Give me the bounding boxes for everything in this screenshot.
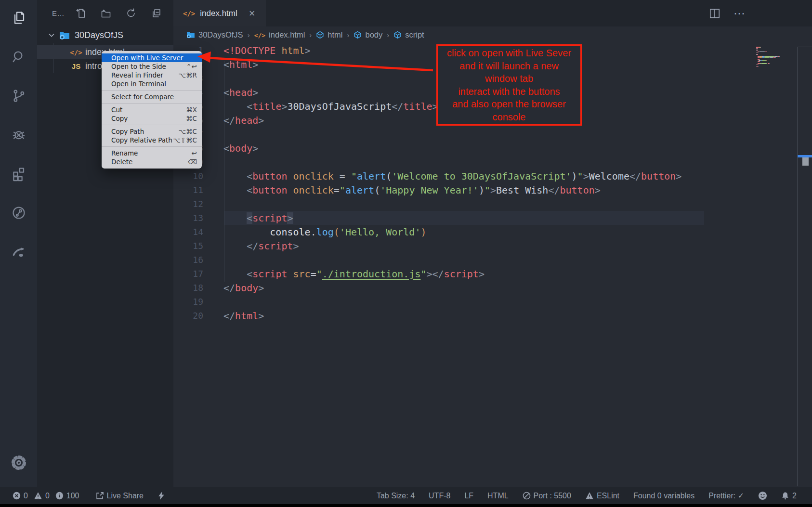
folder-icon — [59, 31, 70, 40]
line-number: 17 — [173, 269, 203, 279]
extensions-icon[interactable] — [10, 165, 28, 183]
breadcrumb-item-script[interactable]: script — [393, 30, 424, 39]
live-server-icon[interactable] — [10, 243, 28, 261]
status-bar: 0 0 100 Live Share Tab Size: 4 UTF-8 LF … — [0, 487, 812, 504]
menu-item-rename[interactable]: Rename↩ — [102, 149, 202, 157]
code-text: <script src="./introduction.js"></script… — [223, 268, 485, 280]
code-line-16[interactable]: 16 — [173, 253, 812, 267]
eslint-label: ESLint — [597, 492, 619, 500]
variables-status[interactable]: Found 0 variables — [633, 492, 694, 500]
cube-icon — [316, 31, 324, 39]
code-line-17[interactable]: 17 <script src="./introduction.js"></scr… — [173, 267, 812, 281]
annotation-line: console — [438, 111, 580, 124]
code-line-12[interactable]: 12 — [173, 197, 812, 211]
eslint-status[interactable]: ESLint — [585, 492, 619, 500]
breadcrumb-item-index.html[interactable]: </>index.html — [254, 30, 305, 39]
code-text: <!DOCTYPE html> — [223, 45, 311, 56]
code-line-8[interactable]: 8<body> — [173, 141, 812, 155]
menu-item-copy-path[interactable]: Copy Path⌥⌘C — [102, 127, 202, 136]
line-number: 20 — [173, 311, 203, 321]
new-folder-icon[interactable] — [100, 8, 112, 19]
code-text: console.log('Hello, World') — [223, 226, 426, 238]
split-editor-icon[interactable] — [708, 7, 721, 20]
activity-bar — [0, 0, 37, 487]
menu-item-open-to-the-side[interactable]: Open to the Side⌃↩ — [102, 62, 202, 71]
code-line-19[interactable]: 19 — [173, 295, 812, 309]
code-text: </head> — [223, 115, 264, 126]
prettier-status[interactable]: Prettier: ✓ — [708, 491, 744, 500]
collapse-folders-icon[interactable] — [150, 8, 162, 19]
menu-item-cut[interactable]: Cut⌘X — [102, 105, 202, 114]
problems-status[interactable]: 0 0 100 — [13, 492, 79, 500]
settings-gear-icon[interactable] — [0, 454, 37, 472]
eol-status[interactable]: LF — [464, 492, 473, 500]
menu-separator — [102, 146, 202, 147]
breadcrumb: 30DaysOfJS›</>index.html›html›body›scrip… — [173, 26, 812, 43]
explorer-header: E… — [37, 0, 173, 26]
minimap[interactable] — [756, 47, 798, 114]
refresh-explorer-icon[interactable] — [125, 8, 137, 19]
menu-item-delete[interactable]: Delete⌫ — [102, 157, 202, 166]
code-line-18[interactable]: 18</body> — [173, 281, 812, 295]
menu-item-copy-relative-path[interactable]: Copy Relative Path⌥⇧⌘C — [102, 136, 202, 144]
code-line-14[interactable]: 14 console.log('Hello, World') — [173, 225, 812, 239]
menu-separator — [102, 103, 202, 104]
line-number: 19 — [173, 297, 203, 307]
notifications-bell[interactable]: 2 — [781, 492, 797, 500]
root-folder-label: 30DaysOfJS — [75, 30, 123, 40]
live-share-label: Live Share — [107, 492, 144, 500]
code-line-20[interactable]: 20</html> — [173, 309, 812, 323]
code-text: <head> — [223, 87, 258, 98]
tab-size-status[interactable]: Tab Size: 4 — [377, 492, 415, 500]
code-line-11[interactable]: 11 <button onclick="alert('Happy New Yea… — [173, 183, 812, 197]
warning-count: 0 — [45, 492, 50, 500]
port-status[interactable]: Port : 5500 — [523, 492, 571, 500]
menu-separator — [102, 125, 202, 125]
vscode-window: E… 30 — [0, 0, 812, 507]
live-share-status[interactable]: Live Share — [96, 492, 144, 500]
breadcrumb-item-body[interactable]: body — [354, 30, 382, 39]
menu-item-open-in-terminal[interactable]: Open in Terminal — [102, 79, 202, 88]
code-line-13[interactable]: 13 <script> — [173, 211, 812, 225]
more-actions-icon[interactable]: ⋯ — [733, 7, 746, 20]
source-control-icon[interactable] — [10, 87, 28, 105]
language-status[interactable]: HTML — [487, 492, 509, 500]
feedback-smiley-icon[interactable] — [758, 491, 767, 500]
code-text: <html> — [223, 59, 258, 70]
menu-item-reveal-in-finder[interactable]: Reveal in Finder⌥⌘R — [102, 71, 202, 79]
scrollbar-thumb[interactable] — [802, 157, 809, 166]
tab-index-html[interactable]: </> index.html × — [173, 0, 266, 26]
breadcrumb-item-30DaysOfJS[interactable]: 30DaysOfJS — [186, 30, 243, 39]
code-text: <title>30DaysOfJavaScript</title> — [223, 101, 438, 112]
code-line-15[interactable]: 15 </script> — [173, 239, 812, 253]
line-number: 13 — [173, 213, 203, 223]
close-tab-icon[interactable]: × — [249, 8, 255, 19]
line-number: 16 — [173, 255, 203, 265]
code-line-9[interactable]: 9 — [173, 155, 812, 169]
search-icon[interactable] — [10, 48, 28, 66]
explorer-icon[interactable] — [10, 9, 28, 27]
bolt-status-icon[interactable] — [158, 491, 165, 500]
line-number: 10 — [173, 171, 203, 181]
annotation-line: and also open the browser — [438, 98, 580, 111]
html-icon: </> — [254, 30, 265, 39]
overview-ruler-divider — [798, 47, 798, 486]
breadcrumb-item-html[interactable]: html — [316, 30, 342, 39]
annotation-line: click on open with Live Sever — [438, 47, 580, 60]
run-debug-icon[interactable] — [10, 126, 28, 144]
tree-root-folder[interactable]: 30DaysOfJS — [37, 28, 173, 42]
menu-separator — [102, 90, 202, 91]
code-line-10[interactable]: 10 <button onclick = "alert('Welcome to … — [173, 169, 812, 183]
menu-item-copy[interactable]: Copy⌘C — [102, 114, 202, 123]
tab-label: index.html — [200, 9, 237, 18]
menu-item-select-for-compare[interactable]: Select for Compare — [102, 92, 202, 101]
html-file-icon: </> — [70, 49, 82, 56]
code-text: </body> — [223, 282, 264, 294]
code-line-7[interactable]: 7 — [173, 127, 812, 141]
encoding-status[interactable]: UTF-8 — [429, 492, 450, 500]
menu-item-open-with-live-server[interactable]: Open with Live Server — [102, 53, 202, 62]
new-file-icon[interactable] — [75, 8, 87, 19]
live-share-icon[interactable] — [10, 204, 28, 222]
cube-icon — [354, 31, 362, 39]
cube-icon — [393, 31, 402, 39]
